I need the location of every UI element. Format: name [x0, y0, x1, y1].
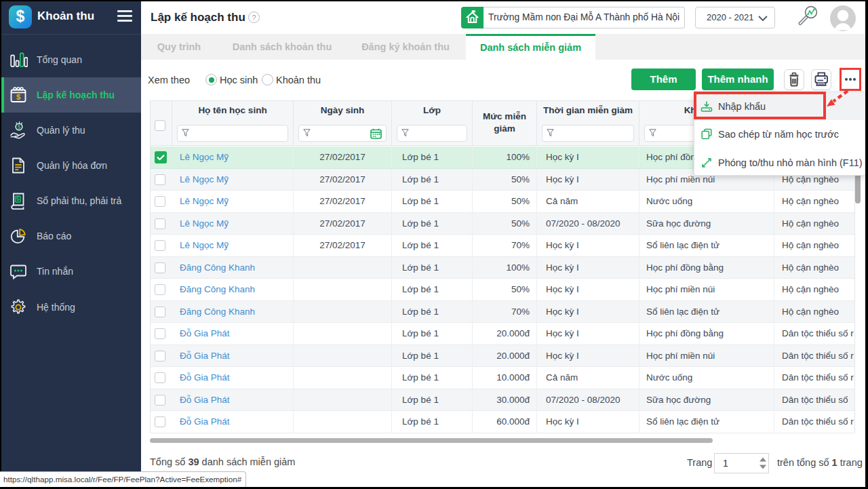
svg-text:$: $	[18, 123, 21, 130]
svg-text:$: $	[16, 195, 20, 202]
svg-text:$: $	[16, 93, 20, 101]
